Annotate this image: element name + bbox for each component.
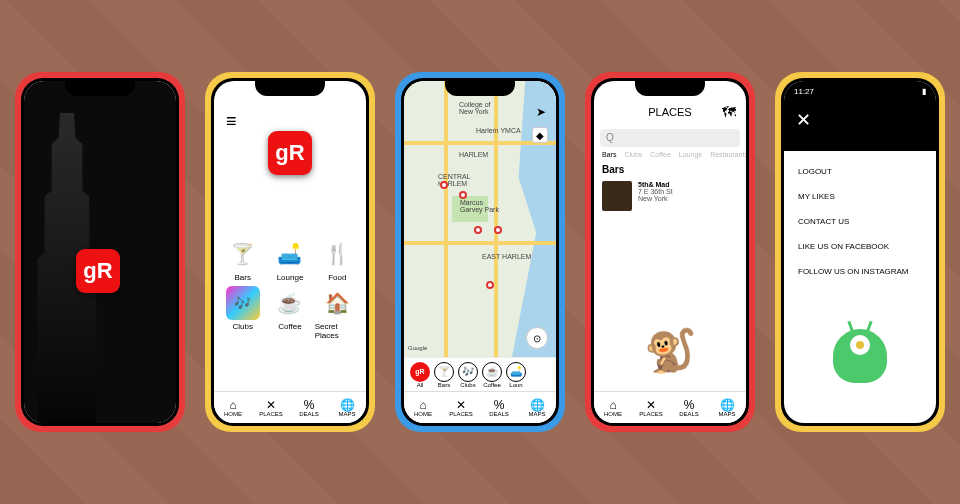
map-label: HARLEM (459, 151, 488, 158)
chip-bars[interactable]: 🍸Bars (434, 362, 454, 388)
sofa-icon: 🛋️ (273, 237, 307, 271)
cat-label: Coffee (278, 322, 301, 331)
phone-places: PLACES🗺 Q Bars Clubs Coffee Lounge Resta… (585, 72, 755, 432)
cat-label: Lounge (277, 273, 304, 282)
chip-coffee[interactable]: ☕Coffee (482, 362, 502, 388)
tab-label: MAPS (528, 411, 545, 417)
google-attribution: Google (408, 345, 427, 351)
place-row[interactable]: 5th& Mad 7 E 36th St New York (594, 177, 746, 215)
place-name: 5th& Mad (638, 181, 673, 188)
statusbar (214, 81, 366, 109)
app-logo-chip: gR (76, 249, 120, 293)
map-pin[interactable] (486, 281, 494, 289)
monkey-mascot: 🐒 (644, 326, 696, 375)
cat-bars[interactable]: 🍸Bars (220, 237, 265, 282)
tab-places[interactable]: ✕PLACES (632, 392, 670, 423)
tab-label: HOME (604, 411, 622, 417)
tab-label: DEALS (489, 411, 509, 417)
locate-button[interactable]: ⊙ (526, 327, 548, 349)
category-chip-row: gRAll 🍸Bars 🎶Clubs ☕Coffee 🛋️Loun (404, 357, 556, 391)
map-pin[interactable] (494, 226, 502, 234)
tab-deals[interactable]: %DEALS (670, 392, 708, 423)
battery-icon: ▮ (922, 87, 926, 96)
map-label: Harlem YMCA (476, 127, 521, 134)
map-pin[interactable] (459, 191, 467, 199)
coffee-icon: ☕ (482, 362, 502, 382)
layers-icon[interactable]: ◆ (532, 127, 548, 143)
chip-lounge[interactable]: 🛋️Loun (506, 362, 526, 388)
deals-icon: % (494, 399, 505, 411)
home-icon: ⌂ (609, 399, 616, 411)
map-pin[interactable] (474, 226, 482, 234)
phone-showcase-row: gR ≡ gR 🍸Bars 🛋️Lounge 🍴Food 🎶Clubs ☕Cof… (0, 0, 960, 504)
tab-deals[interactable]: %DEALS (480, 392, 518, 423)
tab-coffee[interactable]: Coffee (650, 151, 671, 158)
tab-maps[interactable]: 🌐MAPS (518, 392, 556, 423)
places-icon: ✕ (266, 399, 276, 411)
tab-maps[interactable]: 🌐MAPS (328, 392, 366, 423)
tab-lounge[interactable]: Lounge (679, 151, 702, 158)
tab-home[interactable]: ⌂HOME (594, 392, 632, 423)
cat-food[interactable]: 🍴Food (315, 237, 360, 282)
tab-bars[interactable]: Bars (602, 151, 616, 158)
menu-instagram[interactable]: FOLLOW US ON INSTAGRAM (798, 259, 922, 284)
maps-icon: 🌐 (720, 399, 735, 411)
cat-coffee[interactable]: ☕Coffee (267, 286, 312, 340)
alien-mascot (833, 329, 887, 383)
menu-header: 11:27▮ ✕ (784, 81, 936, 151)
map-pin[interactable] (440, 181, 448, 189)
menu-logout[interactable]: LOGOUT (798, 159, 922, 184)
music-icon: 🎶 (458, 362, 478, 382)
tabbar: ⌂HOME ✕PLACES %DEALS 🌐MAPS (404, 391, 556, 423)
tab-places[interactable]: ✕PLACES (252, 392, 290, 423)
tab-label: DEALS (299, 411, 319, 417)
close-icon[interactable]: ✕ (796, 109, 811, 131)
house-icon: 🏠 (320, 286, 354, 320)
menu-facebook[interactable]: LIKE US ON FACEBOOK (798, 234, 922, 259)
tab-home[interactable]: ⌂HOME (404, 392, 442, 423)
cat-secret[interactable]: 🏠Secret Places (315, 286, 360, 340)
status-time: 11:27 (794, 87, 814, 96)
tab-label: MAPS (718, 411, 735, 417)
home-icon: ⌂ (229, 399, 236, 411)
title-text: PLACES (648, 106, 691, 118)
tab-clubs[interactable]: Clubs (624, 151, 642, 158)
section-heading: Bars (594, 162, 746, 177)
cat-lounge[interactable]: 🛋️Lounge (267, 237, 312, 282)
tab-home[interactable]: ⌂HOME (214, 392, 252, 423)
road (494, 81, 498, 357)
menu-likes[interactable]: MY LIKES (798, 184, 922, 209)
page-title: PLACES🗺 (594, 95, 746, 129)
cat-label: Secret Places (315, 322, 360, 340)
statusbar: 11:27▮ (794, 87, 926, 96)
music-icon: 🎶 (226, 286, 260, 320)
deals-icon: % (684, 399, 695, 411)
category-tabs: Bars Clubs Coffee Lounge Restaurants (594, 147, 746, 162)
menu-contact[interactable]: CONTACT US (798, 209, 922, 234)
map-label: EAST HARLEM (482, 253, 531, 260)
road (404, 241, 556, 245)
tab-label: HOME (224, 411, 242, 417)
hamburger-icon[interactable]: ≡ (226, 111, 237, 132)
fork-icon: 🍴 (320, 237, 354, 271)
search-input[interactable]: Q (600, 129, 740, 147)
nav-arrow-icon[interactable]: ➤ (536, 105, 546, 119)
chip-label: Bars (438, 382, 450, 388)
chip-clubs[interactable]: 🎶Clubs (458, 362, 478, 388)
tab-places[interactable]: ✕PLACES (442, 392, 480, 423)
cat-clubs[interactable]: 🎶Clubs (220, 286, 265, 340)
place-city: New York (638, 195, 673, 202)
maps-icon: 🌐 (340, 399, 355, 411)
map-toggle-icon[interactable]: 🗺 (722, 104, 736, 120)
tab-maps[interactable]: 🌐MAPS (708, 392, 746, 423)
tab-label: PLACES (259, 411, 283, 417)
map-canvas[interactable]: HARLEM CENTRAL HARLEM EAST HARLEM Colleg… (404, 81, 556, 357)
tab-deals[interactable]: %DEALS (290, 392, 328, 423)
phone-home: ≡ gR 🍸Bars 🛋️Lounge 🍴Food 🎶Clubs ☕Coffee… (205, 72, 375, 432)
chip-all[interactable]: gRAll (410, 362, 430, 388)
cat-label: Food (328, 273, 346, 282)
phone-map: HARLEM CENTRAL HARLEM EAST HARLEM Colleg… (395, 72, 565, 432)
road (444, 81, 448, 357)
maps-icon: 🌐 (530, 399, 545, 411)
tab-restaurants[interactable]: Restaurants (710, 151, 746, 158)
